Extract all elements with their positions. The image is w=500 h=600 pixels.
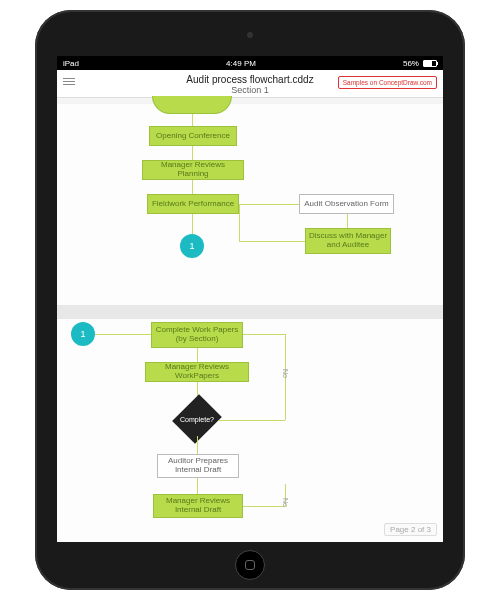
connector-line (347, 214, 348, 228)
document-box[interactable]: Audit Observation Form (299, 194, 394, 214)
box-label: Fieldwork Performance (152, 200, 234, 209)
terminator-partial (152, 96, 232, 114)
connector-line (239, 241, 305, 242)
home-button[interactable] (235, 550, 265, 580)
process-box[interactable]: Manager Reviews Internal Draft (153, 494, 243, 518)
connector-line (239, 204, 299, 205)
box-label: Complete Work Papers (by Section) (154, 326, 240, 344)
connector-line (192, 146, 193, 160)
page-indicator: Page 2 of 3 (384, 523, 437, 536)
screen: iPad 4:49 PM 56% Audit process flowchart… (57, 56, 443, 542)
box-label: Manager Reviews WorkPapers (148, 363, 246, 381)
connector-line (192, 114, 193, 126)
box-label: Audit Observation Form (304, 200, 388, 209)
samples-button[interactable]: Samples on ConceptDraw.com (338, 76, 437, 89)
menu-icon[interactable] (63, 78, 75, 85)
process-box[interactable]: Opening Conference (149, 126, 237, 146)
camera-dot (247, 32, 253, 38)
box-label: Auditor Prepares Internal Draft (160, 457, 236, 475)
carrier-label: iPad (63, 59, 79, 68)
connector-line (243, 506, 285, 507)
decision-label: Complete? (170, 402, 224, 436)
battery-pct: 56% (403, 59, 419, 68)
process-box[interactable]: Manager Reviews Planning (142, 160, 244, 180)
box-label: Opening Conference (156, 132, 230, 141)
process-box[interactable]: Complete Work Papers (by Section) (151, 322, 243, 348)
connector-line (243, 334, 285, 335)
connector-line (219, 420, 285, 421)
clock-label: 4:49 PM (226, 59, 256, 68)
process-box-white[interactable]: Auditor Prepares Internal Draft (157, 454, 239, 478)
edge-label-no: No (282, 498, 289, 507)
diagram-canvas[interactable]: Opening Conference Manager Reviews Plann… (57, 104, 443, 542)
process-box[interactable]: Fieldwork Performance (147, 194, 239, 214)
ipad-frame: iPad 4:49 PM 56% Audit process flowchart… (35, 10, 465, 590)
box-label: Manager Reviews Planning (145, 161, 241, 179)
connector-label: 1 (189, 241, 194, 251)
connector-line (192, 214, 193, 234)
process-box[interactable]: Discuss with Manager and Auditee (305, 228, 391, 254)
decision-diamond[interactable]: Complete? (170, 402, 224, 436)
off-page-connector[interactable]: 1 (180, 234, 204, 258)
process-box[interactable]: Manager Reviews WorkPapers (145, 362, 249, 382)
edge-label-no: No (282, 369, 289, 378)
connector-line (197, 478, 198, 494)
battery-icon (423, 60, 437, 67)
box-label: Manager Reviews Internal Draft (156, 497, 240, 515)
connector-line (95, 334, 151, 335)
off-page-connector[interactable]: 1 (71, 322, 95, 346)
connector-line (197, 436, 198, 454)
box-label: Discuss with Manager and Auditee (308, 232, 388, 250)
app-header: Audit process flowchart.cddz Section 1 S… (57, 70, 443, 98)
connector-line (192, 180, 193, 194)
connector-label: 1 (80, 329, 85, 339)
connector-line (239, 204, 240, 241)
status-bar: iPad 4:49 PM 56% (57, 56, 443, 70)
connector-line (197, 348, 198, 362)
